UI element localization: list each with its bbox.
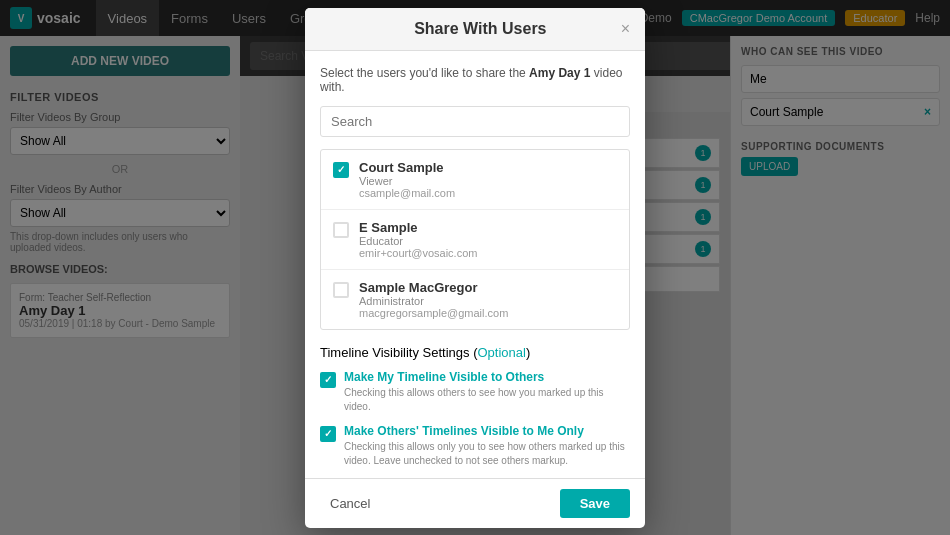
user-name-esample: E Sample [359,220,617,235]
timeline-suffix: ) [526,345,530,360]
save-button[interactable]: Save [560,489,630,518]
timeline-option-desc-2: Checking this allows only you to see how… [344,440,630,468]
timeline-option-2: Make Others' Timelines Visible to Me Onl… [320,424,630,468]
user-name-court: Court Sample [359,160,617,175]
user-item-esample: E Sample Educator emir+court@vosaic.com [321,210,629,270]
timeline-option-label-1: Make My Timeline Visible to Others [344,370,630,384]
user-checkbox-court[interactable] [333,162,349,178]
modal-body: Select the users you'd like to share the… [305,51,645,478]
user-info-court: Court Sample Viewer csample@mail.com [359,160,617,199]
share-modal: Share With Users × Select the users you'… [305,8,645,528]
timeline-settings: Timeline Visibility Settings (Optional) … [320,345,630,478]
video-name: Amy Day 1 [529,66,590,80]
user-email-court: csample@mail.com [359,187,617,199]
user-search-input[interactable] [320,106,630,137]
user-name-macgregor: Sample MacGregor [359,280,617,295]
user-item-court: Court Sample Viewer csample@mail.com [321,150,629,210]
user-role-esample: Educator [359,235,617,247]
modal-title: Share With Users [340,20,621,38]
user-email-macgregor: macgregorsample@gmail.com [359,307,617,319]
user-checkbox-esample[interactable] [333,222,349,238]
user-item-macgregor: Sample MacGregor Administrator macgregor… [321,270,629,329]
modal-close-button[interactable]: × [621,21,630,37]
modal-footer: Cancel Save [305,478,645,528]
user-role-court: Viewer [359,175,617,187]
timeline-option-label-2: Make Others' Timelines Visible to Me Onl… [344,424,630,438]
timeline-checkbox-1[interactable] [320,372,336,388]
timeline-option-desc-1: Checking this allows others to see how y… [344,386,630,414]
user-email-esample: emir+court@vosaic.com [359,247,617,259]
cancel-button[interactable]: Cancel [320,490,380,517]
user-role-macgregor: Administrator [359,295,617,307]
user-checkbox-macgregor[interactable] [333,282,349,298]
modal-header: Share With Users × [305,8,645,51]
desc-prefix: Select the users you'd like to share the [320,66,529,80]
timeline-option-1: Make My Timeline Visible to Others Check… [320,370,630,414]
user-list: Court Sample Viewer csample@mail.com E S… [320,149,630,330]
modal-overlay: Share With Users × Select the users you'… [0,0,950,535]
modal-description: Select the users you'd like to share the… [320,66,630,94]
user-info-esample: E Sample Educator emir+court@vosaic.com [359,220,617,259]
timeline-option-text-1: Make My Timeline Visible to Others Check… [344,370,630,414]
timeline-prefix: Timeline Visibility Settings ( [320,345,478,360]
timeline-title: Timeline Visibility Settings (Optional) [320,345,630,360]
timeline-optional-link[interactable]: Optional [478,345,526,360]
timeline-option-text-2: Make Others' Timelines Visible to Me Onl… [344,424,630,468]
timeline-checkbox-2[interactable] [320,426,336,442]
user-info-macgregor: Sample MacGregor Administrator macgregor… [359,280,617,319]
